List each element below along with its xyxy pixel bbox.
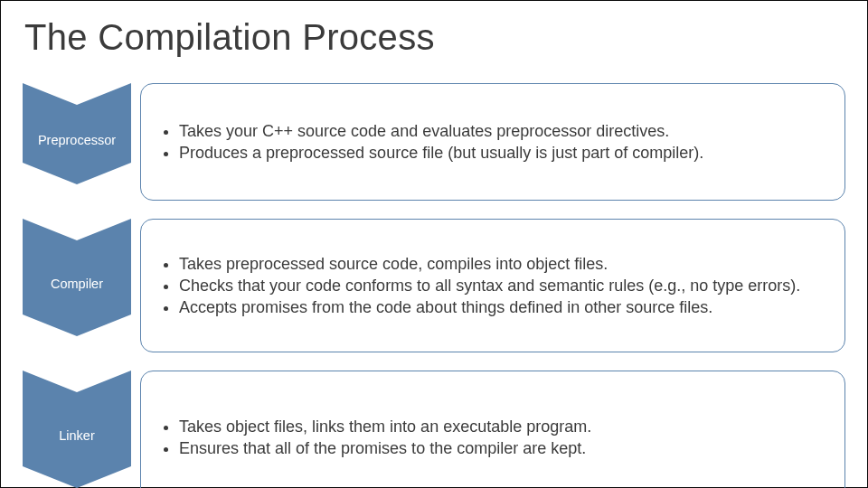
bullet-item: Accepts promises from the code about thi… (179, 296, 800, 318)
bullet-item: Takes preprocessed source code, compiles… (179, 253, 800, 275)
chevron-down-icon (23, 466, 131, 488)
stage-label: Compiler (51, 264, 103, 291)
stage-linker: Linker Takes object files, links them in… (23, 371, 845, 488)
chevron-linker: Linker (23, 371, 131, 488)
chevron-down-icon (23, 314, 131, 336)
bullet-item: Takes your C++ source code and evaluates… (179, 120, 703, 142)
stage-label: Linker (59, 416, 95, 443)
chevron-down-icon (23, 83, 131, 105)
chevron-preprocessor: Preprocessor (23, 83, 131, 184)
stage-description-box: Takes your C++ source code and evaluates… (140, 83, 845, 201)
stage-compiler: Compiler Takes preprocessed source code,… (23, 219, 845, 352)
slide: The Compilation Process Preprocessor Tak… (0, 0, 868, 488)
bullet-list: Takes object files, links them into an e… (159, 416, 591, 460)
stage-preprocessor: Preprocessor Takes your C++ source code … (23, 83, 845, 201)
bullet-list: Takes preprocessed source code, compiles… (159, 253, 800, 319)
bullet-list: Takes your C++ source code and evaluates… (159, 120, 703, 164)
chevron-down-icon (23, 219, 131, 240)
slide-title: The Compilation Process (24, 17, 845, 58)
chevron-compiler: Compiler (23, 219, 131, 336)
chevron-down-icon (23, 371, 131, 392)
stage-label: Preprocessor (38, 120, 116, 147)
stage-description-box: Takes object files, links them into an e… (140, 371, 845, 488)
bullet-item: Checks that your code conforms to all sy… (179, 275, 800, 296)
bullet-item: Takes object files, links them into an e… (179, 416, 591, 437)
chevron-down-icon (23, 163, 131, 184)
bullet-item: Produces a preprocessed source file (but… (179, 142, 703, 164)
stage-description-box: Takes preprocessed source code, compiles… (140, 219, 845, 352)
bullet-item: Ensures that all of the promises to the … (179, 437, 591, 459)
